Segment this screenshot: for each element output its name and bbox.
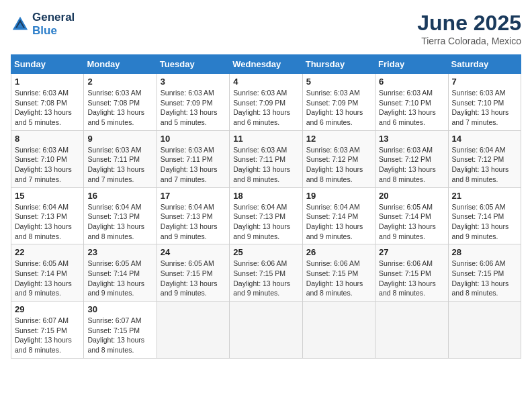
day-number: 4 xyxy=(233,77,298,87)
calendar-week-row: 8Sunrise: 6:03 AMSunset: 7:10 PMDaylight… xyxy=(11,130,521,187)
day-number: 9 xyxy=(87,134,152,144)
weekday-header: Tuesday xyxy=(157,55,229,74)
logo-icon xyxy=(11,15,30,34)
calendar-week-row: 1Sunrise: 6:03 AMSunset: 7:08 PMDaylight… xyxy=(11,74,521,131)
month-title: June 2025 xyxy=(417,11,521,36)
weekday-header: Sunday xyxy=(11,55,84,74)
day-number: 13 xyxy=(379,134,444,144)
calendar-cell: 15Sunrise: 6:04 AMSunset: 7:13 PMDayligh… xyxy=(11,187,84,244)
day-detail: Sunrise: 6:06 AMSunset: 7:15 PMDaylight:… xyxy=(379,259,444,298)
day-number: 7 xyxy=(452,77,517,87)
calendar-cell xyxy=(230,302,302,359)
weekday-header: Saturday xyxy=(448,55,521,74)
day-detail: Sunrise: 6:03 AMSunset: 7:08 PMDaylight:… xyxy=(15,88,80,128)
calendar-cell: 4Sunrise: 6:03 AMSunset: 7:09 PMDaylight… xyxy=(230,74,302,131)
calendar-cell: 28Sunrise: 6:06 AMSunset: 7:15 PMDayligh… xyxy=(448,244,521,302)
day-detail: Sunrise: 6:05 AMSunset: 7:14 PMDaylight:… xyxy=(87,259,152,298)
calendar-cell xyxy=(157,302,229,359)
calendar-cell: 21Sunrise: 6:05 AMSunset: 7:14 PMDayligh… xyxy=(448,187,521,244)
logo-line2: Blue xyxy=(32,24,75,38)
weekday-header: Monday xyxy=(84,55,157,74)
calendar-cell: 2Sunrise: 6:03 AMSunset: 7:08 PMDaylight… xyxy=(84,74,157,131)
calendar-cell: 18Sunrise: 6:04 AMSunset: 7:13 PMDayligh… xyxy=(230,187,302,244)
calendar-cell: 11Sunrise: 6:03 AMSunset: 7:11 PMDayligh… xyxy=(230,130,302,187)
day-detail: Sunrise: 6:03 AMSunset: 7:12 PMDaylight:… xyxy=(306,145,371,185)
calendar-cell: 30Sunrise: 6:07 AMSunset: 7:15 PMDayligh… xyxy=(84,302,157,359)
day-number: 14 xyxy=(452,134,517,144)
calendar-cell xyxy=(302,302,375,359)
day-detail: Sunrise: 6:07 AMSunset: 7:15 PMDaylight:… xyxy=(87,316,152,355)
day-detail: Sunrise: 6:04 AMSunset: 7:12 PMDaylight:… xyxy=(452,145,517,185)
logo-text: General Blue xyxy=(32,11,75,37)
day-detail: Sunrise: 6:05 AMSunset: 7:14 PMDaylight:… xyxy=(379,202,444,242)
calendar-cell: 17Sunrise: 6:04 AMSunset: 7:13 PMDayligh… xyxy=(157,187,229,244)
day-number: 22 xyxy=(15,247,80,257)
calendar-cell: 13Sunrise: 6:03 AMSunset: 7:12 PMDayligh… xyxy=(375,130,448,187)
day-detail: Sunrise: 6:06 AMSunset: 7:15 PMDaylight:… xyxy=(233,259,298,298)
day-number: 30 xyxy=(87,304,152,314)
weekday-header: Wednesday xyxy=(230,55,302,74)
day-detail: Sunrise: 6:03 AMSunset: 7:11 PMDaylight:… xyxy=(233,145,298,185)
day-number: 25 xyxy=(233,247,298,257)
day-detail: Sunrise: 6:03 AMSunset: 7:11 PMDaylight:… xyxy=(161,145,226,185)
calendar-cell xyxy=(448,302,521,359)
day-number: 12 xyxy=(306,134,371,144)
calendar-cell: 26Sunrise: 6:06 AMSunset: 7:15 PMDayligh… xyxy=(302,244,375,302)
day-detail: Sunrise: 6:06 AMSunset: 7:15 PMDaylight:… xyxy=(306,259,371,298)
logo-line1: General xyxy=(32,11,75,24)
day-number: 29 xyxy=(15,304,80,314)
calendar-cell: 14Sunrise: 6:04 AMSunset: 7:12 PMDayligh… xyxy=(448,130,521,187)
page-header: General Blue June 2025 Tierra Colorada, … xyxy=(11,11,521,46)
day-number: 20 xyxy=(379,191,444,201)
day-number: 8 xyxy=(15,134,80,144)
calendar-cell: 23Sunrise: 6:05 AMSunset: 7:14 PMDayligh… xyxy=(84,244,157,302)
calendar-cell: 12Sunrise: 6:03 AMSunset: 7:12 PMDayligh… xyxy=(302,130,375,187)
day-detail: Sunrise: 6:05 AMSunset: 7:15 PMDaylight:… xyxy=(161,259,226,298)
calendar-cell xyxy=(375,302,448,359)
day-number: 28 xyxy=(452,247,517,257)
calendar-cell: 7Sunrise: 6:03 AMSunset: 7:10 PMDaylight… xyxy=(448,74,521,131)
day-detail: Sunrise: 6:04 AMSunset: 7:13 PMDaylight:… xyxy=(15,202,80,242)
day-detail: Sunrise: 6:05 AMSunset: 7:14 PMDaylight:… xyxy=(15,259,80,298)
day-number: 27 xyxy=(379,247,444,257)
calendar-cell: 1Sunrise: 6:03 AMSunset: 7:08 PMDaylight… xyxy=(11,74,84,131)
day-number: 15 xyxy=(15,191,80,201)
day-number: 19 xyxy=(306,191,371,201)
day-number: 3 xyxy=(161,77,226,87)
calendar-cell: 8Sunrise: 6:03 AMSunset: 7:10 PMDaylight… xyxy=(11,130,84,187)
day-detail: Sunrise: 6:03 AMSunset: 7:10 PMDaylight:… xyxy=(452,88,517,128)
day-detail: Sunrise: 6:03 AMSunset: 7:09 PMDaylight:… xyxy=(161,88,226,128)
calendar-cell: 20Sunrise: 6:05 AMSunset: 7:14 PMDayligh… xyxy=(375,187,448,244)
title-area: June 2025 Tierra Colorada, Mexico xyxy=(417,11,521,46)
calendar-cell: 25Sunrise: 6:06 AMSunset: 7:15 PMDayligh… xyxy=(230,244,302,302)
day-detail: Sunrise: 6:04 AMSunset: 7:13 PMDaylight:… xyxy=(233,202,298,242)
day-detail: Sunrise: 6:07 AMSunset: 7:15 PMDaylight:… xyxy=(15,316,80,355)
calendar-week-row: 15Sunrise: 6:04 AMSunset: 7:13 PMDayligh… xyxy=(11,187,521,244)
calendar-cell: 6Sunrise: 6:03 AMSunset: 7:10 PMDaylight… xyxy=(375,74,448,131)
day-detail: Sunrise: 6:03 AMSunset: 7:10 PMDaylight:… xyxy=(15,145,80,185)
day-number: 23 xyxy=(87,247,152,257)
day-detail: Sunrise: 6:04 AMSunset: 7:14 PMDaylight:… xyxy=(306,202,371,242)
day-number: 10 xyxy=(161,134,226,144)
calendar-table: SundayMondayTuesdayWednesdayThursdayFrid… xyxy=(11,54,521,359)
day-number: 5 xyxy=(306,77,371,87)
calendar-cell: 16Sunrise: 6:04 AMSunset: 7:13 PMDayligh… xyxy=(84,187,157,244)
calendar-week-row: 22Sunrise: 6:05 AMSunset: 7:14 PMDayligh… xyxy=(11,244,521,302)
day-number: 21 xyxy=(452,191,517,201)
day-number: 11 xyxy=(233,134,298,144)
day-number: 17 xyxy=(161,191,226,201)
calendar-cell: 3Sunrise: 6:03 AMSunset: 7:09 PMDaylight… xyxy=(157,74,229,131)
day-detail: Sunrise: 6:04 AMSunset: 7:13 PMDaylight:… xyxy=(87,202,152,242)
day-detail: Sunrise: 6:06 AMSunset: 7:15 PMDaylight:… xyxy=(452,259,517,298)
calendar-cell: 24Sunrise: 6:05 AMSunset: 7:15 PMDayligh… xyxy=(157,244,229,302)
calendar-cell: 9Sunrise: 6:03 AMSunset: 7:11 PMDaylight… xyxy=(84,130,157,187)
day-number: 16 xyxy=(87,191,152,201)
day-detail: Sunrise: 6:03 AMSunset: 7:09 PMDaylight:… xyxy=(233,88,298,128)
weekday-header: Thursday xyxy=(302,55,375,74)
weekday-header: Friday xyxy=(375,55,448,74)
calendar-cell: 5Sunrise: 6:03 AMSunset: 7:09 PMDaylight… xyxy=(302,74,375,131)
day-number: 18 xyxy=(233,191,298,201)
day-detail: Sunrise: 6:03 AMSunset: 7:12 PMDaylight:… xyxy=(379,145,444,185)
day-detail: Sunrise: 6:05 AMSunset: 7:14 PMDaylight:… xyxy=(452,202,517,242)
day-detail: Sunrise: 6:03 AMSunset: 7:11 PMDaylight:… xyxy=(87,145,152,185)
